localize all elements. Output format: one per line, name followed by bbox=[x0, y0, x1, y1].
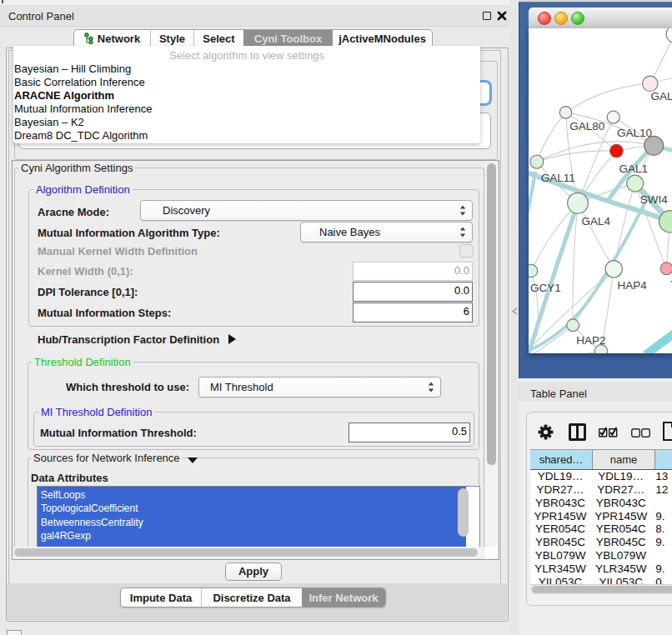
svg-text:GAL4: GAL4 bbox=[581, 215, 610, 228]
svg-text:GAL8: GAL8 bbox=[651, 90, 672, 102]
svg-text:SWI4: SWI4 bbox=[640, 193, 668, 206]
svg-text:HAP2: HAP2 bbox=[576, 334, 605, 347]
svg-text:GAL80: GAL80 bbox=[569, 120, 604, 132]
svg-text:GAL1: GAL1 bbox=[619, 162, 649, 175]
svg-text:GAL10: GAL10 bbox=[617, 127, 652, 139]
svg-text:GAL11: GAL11 bbox=[541, 172, 575, 184]
svg-text:GCY1: GCY1 bbox=[530, 282, 561, 294]
svg-text:HAP4: HAP4 bbox=[618, 279, 648, 292]
